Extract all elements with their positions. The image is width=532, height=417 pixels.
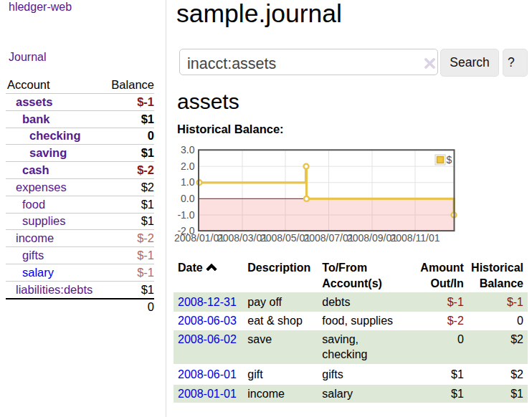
svg-text:2008/11/01: 2008/11/01 [390, 232, 440, 244]
svg-text:0.0: 0.0 [181, 193, 195, 204]
svg-text:$: $ [447, 154, 452, 166]
svg-text:1.0: 1.0 [181, 176, 195, 188]
svg-text:3.0: 3.0 [181, 144, 195, 155]
svg-text:2.0: 2.0 [181, 160, 195, 172]
svg-text:-1.0: -1.0 [177, 209, 194, 221]
